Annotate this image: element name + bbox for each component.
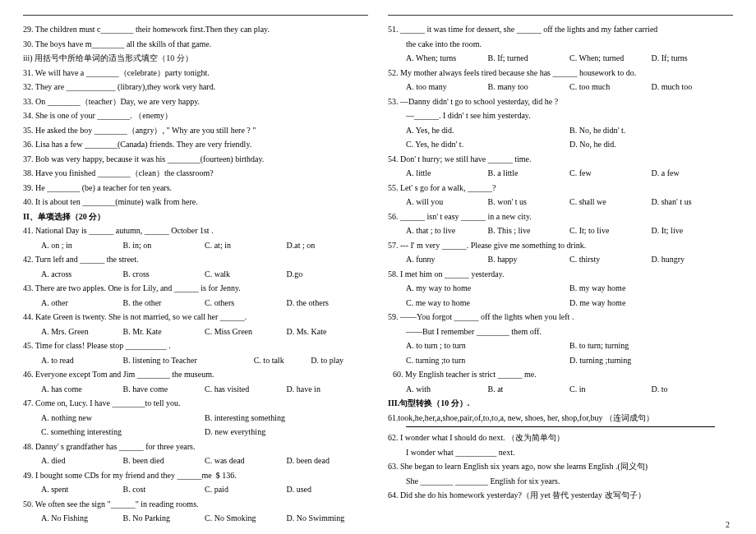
q44-options: A. Mrs. Green B. Mr. Kate C. Miss Green …	[23, 325, 368, 339]
q52-d: D. much too	[652, 80, 734, 94]
q52-a: A. too many	[406, 80, 488, 94]
q47-options-2: C. something interesting D. new everythi…	[23, 425, 368, 440]
q58-c: C. me way to home	[406, 296, 569, 311]
q42: 42. Turn left and ______ the street.	[23, 252, 368, 267]
q45: 45. Time for class! Please stop ________…	[23, 338, 368, 353]
q44-c: C. Miss Green	[205, 325, 287, 339]
q49-b: B. cost	[123, 482, 205, 497]
top-rule	[23, 15, 368, 16]
q48-d: D. been dead	[287, 453, 369, 468]
q59-line2: ——But I remember ________ them off.	[388, 325, 733, 339]
q52: 52. My mother always feels tired because…	[388, 66, 733, 81]
q56: 56. ______ isn' t easy ______ in a new c…	[388, 209, 733, 224]
q50: 50. We often see the sign "______" in re…	[23, 497, 368, 512]
q50-a: A. No Fishing	[41, 511, 123, 526]
q63-line1: 63. She began to learn English six years…	[388, 459, 733, 474]
q44: 44. Kate Green is twenty. She is not mar…	[23, 310, 368, 325]
q51-c: C. When; turned	[569, 51, 652, 66]
q48-b: B. been died	[123, 453, 205, 468]
page-number: 2	[726, 520, 730, 529]
q54: 54. Don' t hurry; we still have ______ t…	[388, 152, 733, 167]
q57-d: D. hungry	[652, 252, 734, 267]
q45-options: A. to read B. listening to Teacher C. to…	[23, 353, 368, 368]
q62-line1: 62. I wonder what I should do next. （改为简…	[388, 430, 733, 445]
q47-d: D. new everything	[205, 425, 368, 440]
q49-options: A. spent B. cost C. paid D. used	[23, 482, 368, 497]
q51-a: A. When; turns	[406, 51, 488, 66]
q51-b: B. If; turned	[488, 51, 570, 66]
q42-a: A. across	[41, 267, 123, 282]
q56-options: A. that ; to live B. This ; live C. It; …	[388, 223, 733, 238]
q33: 33. On ________（teacher）Day, we are very…	[23, 94, 368, 109]
q59-line1: 59. ——You forgot ______ off the lights w…	[388, 310, 733, 325]
q43-b: B. the other	[123, 296, 205, 311]
q46-options: A. has come B. have come C. has visited …	[23, 382, 368, 397]
section-III-head: III.句型转换（10 分）.	[388, 396, 733, 411]
q45-a: A. to read	[41, 353, 123, 368]
q51-options: A. When; turns B. If; turned C. When; tu…	[388, 51, 733, 66]
q48: 48. Danny' s grandfather has ______ for …	[23, 440, 368, 454]
q41-c: C. at; in	[205, 238, 287, 253]
q61: 61.took,he,her,a,shoe,pair,of,to,to,a, n…	[388, 411, 733, 426]
q41-a: A. on ; in	[41, 238, 123, 253]
q60: 60. My English teacher is strict ______ …	[388, 367, 733, 382]
left-column: 29. The children must c________ their ho…	[23, 15, 368, 526]
q61-answer-line	[406, 426, 715, 427]
right-column: 51. ______ it was time for dessert, she …	[388, 15, 733, 526]
q56-b: B. This ; live	[488, 223, 570, 238]
q50-options: A. No Fishing B. No Parking C. No Smokin…	[23, 511, 368, 526]
q36: 36. Lisa has a few ________(Canada) frie…	[23, 137, 368, 152]
q46-d: D. have in	[287, 382, 369, 397]
q29: 29. The children must c________ their ho…	[23, 22, 368, 37]
q57-b: B. happy	[488, 252, 570, 267]
section-II-head: II、单项选择（20 分）	[23, 209, 368, 224]
q55-b: B. won' t us	[488, 195, 570, 209]
q51-line2: the cake into the room.	[388, 37, 733, 52]
q42-c: C. walk	[205, 267, 287, 282]
q32: 32. They are ____________ (library),they…	[23, 80, 368, 94]
q43-options: A. other B. the other C. others D. the o…	[23, 296, 368, 311]
q53-line1: 53. —Danny didn' t go to school yesterda…	[388, 94, 733, 109]
q55-a: A. will you	[406, 195, 488, 209]
q53-options-1: A. Yes, he did. B. No, he didn' t.	[388, 123, 733, 138]
q39: 39. He ________ (be) a teacher for ten y…	[23, 181, 368, 196]
q49-c: C. paid	[205, 482, 287, 497]
q55: 55. Let' s go for a walk, ______?	[388, 181, 733, 196]
q57-options: A. funny B. happy C. thirsty D. hungry	[388, 252, 733, 267]
q52-b: B. many too	[488, 80, 570, 94]
q45-d: D. to play	[311, 353, 368, 368]
q60-a: A. with	[406, 382, 488, 397]
q51-d: D. If; turns	[652, 51, 734, 66]
q50-c: C. No Smoking	[205, 511, 287, 526]
q53-line2: —______. I didn' t see him yesterday.	[388, 108, 733, 123]
q59-options-1: A. to turn ; to turn B. to turn; turning	[388, 338, 733, 353]
q53-d: D. No, he did.	[569, 137, 733, 152]
q51-line1: 51. ______ it was time for dessert, she …	[388, 22, 733, 37]
q59-d: D. turning ;turning	[569, 353, 733, 368]
q54-options: A. little B. a little C. few D. a few	[388, 166, 733, 181]
q44-b: B. Mr. Kate	[123, 325, 205, 339]
q52-c: C. too much	[569, 80, 652, 94]
q54-b: B. a little	[488, 166, 570, 181]
q54-d: D. a few	[652, 166, 734, 181]
q56-c: C. It; to live	[569, 223, 652, 238]
q44-a: A. Mrs. Green	[41, 325, 123, 339]
q47: 47. Come on, Lucy. I have ________to tel…	[23, 396, 368, 411]
q35: 35. He asked the boy ________（angry）, " …	[23, 123, 368, 138]
q42-options: A. across B. cross C. walk D.go	[23, 267, 368, 282]
top-rule-right	[388, 15, 733, 16]
q31: 31. We will have a ________（celebrate）pa…	[23, 66, 368, 81]
q55-c: C. shall we	[569, 195, 652, 209]
q43-c: C. others	[205, 296, 287, 311]
q30: 30. The boys have m________ all the skil…	[23, 37, 368, 52]
q55-d: D. shan' t us	[652, 195, 734, 209]
q59-a: A. to turn ; to turn	[406, 338, 569, 353]
q49-a: A. spent	[41, 482, 123, 497]
q41-d: D.at ; on	[287, 238, 369, 253]
q56-d: D. It; live	[652, 223, 734, 238]
q44-d: D. Ms. Kate	[287, 325, 369, 339]
q64: 64. Did she do his homework yesterday?（用…	[388, 488, 733, 503]
q60-b: B. at	[488, 382, 570, 397]
q50-b: B. No Parking	[123, 511, 205, 526]
q57-a: A. funny	[406, 252, 488, 267]
